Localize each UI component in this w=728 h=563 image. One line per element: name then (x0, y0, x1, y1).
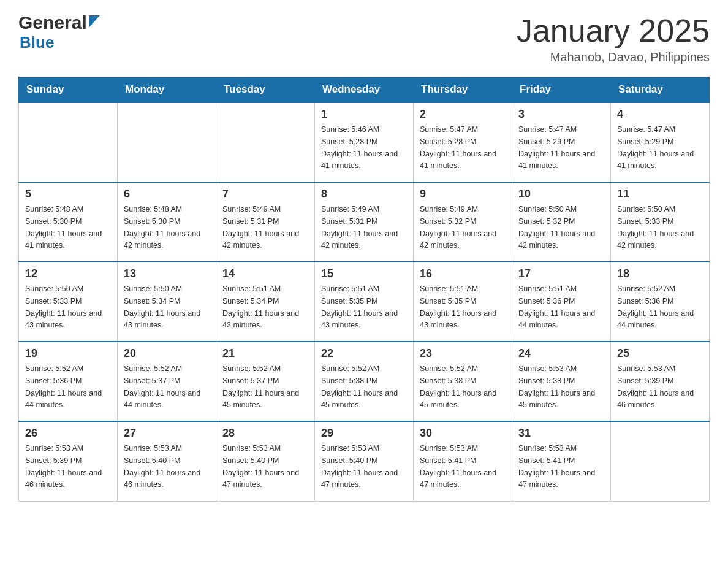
calendar-title: January 2025 (517, 12, 710, 49)
day-info: Sunrise: 5:49 AMSunset: 5:31 PMDaylight:… (222, 205, 299, 250)
calendar-cell: 19Sunrise: 5:52 AMSunset: 5:36 PMDayligh… (19, 342, 118, 421)
weekday-monday: Monday (118, 77, 216, 103)
day-info: Sunrise: 5:51 AMSunset: 5:34 PMDaylight:… (222, 285, 299, 329)
day-number: 6 (124, 188, 210, 201)
calendar-cell: 31Sunrise: 5:53 AMSunset: 5:41 PMDayligh… (512, 421, 611, 501)
calendar-cell: 16Sunrise: 5:51 AMSunset: 5:35 PMDayligh… (414, 262, 512, 342)
weekday-saturday: Saturday (611, 77, 710, 103)
calendar-cell: 4Sunrise: 5:47 AMSunset: 5:29 PMDaylight… (611, 102, 710, 182)
calendar-cell: 24Sunrise: 5:53 AMSunset: 5:38 PMDayligh… (512, 342, 611, 421)
day-number: 2 (420, 108, 506, 121)
calendar-cell: 15Sunrise: 5:51 AMSunset: 5:35 PMDayligh… (315, 262, 414, 342)
day-info: Sunrise: 5:50 AMSunset: 5:33 PMDaylight:… (617, 205, 694, 250)
day-info: Sunrise: 5:53 AMSunset: 5:38 PMDaylight:… (518, 364, 595, 409)
day-info: Sunrise: 5:48 AMSunset: 5:30 PMDaylight:… (124, 205, 200, 250)
day-number: 12 (25, 267, 111, 280)
calendar-cell: 23Sunrise: 5:52 AMSunset: 5:38 PMDayligh… (414, 342, 512, 421)
day-info: Sunrise: 5:53 AMSunset: 5:40 PMDaylight:… (321, 444, 398, 489)
calendar-cell: 10Sunrise: 5:50 AMSunset: 5:32 PMDayligh… (512, 182, 611, 262)
day-number: 19 (25, 347, 111, 360)
logo-general-text: General (18, 12, 87, 33)
calendar-cell: 1Sunrise: 5:46 AMSunset: 5:28 PMDaylight… (315, 102, 414, 182)
calendar-cell: 20Sunrise: 5:52 AMSunset: 5:37 PMDayligh… (118, 342, 216, 421)
calendar-cell: 9Sunrise: 5:49 AMSunset: 5:32 PMDaylight… (414, 182, 512, 262)
day-number: 18 (617, 267, 703, 280)
calendar-cell (611, 421, 710, 501)
calendar-cell: 13Sunrise: 5:50 AMSunset: 5:34 PMDayligh… (118, 262, 216, 342)
day-info: Sunrise: 5:52 AMSunset: 5:37 PMDaylight:… (124, 364, 200, 409)
day-info: Sunrise: 5:52 AMSunset: 5:36 PMDaylight:… (25, 364, 102, 409)
calendar-subtitle: Mahanob, Davao, Philippines (517, 50, 710, 64)
calendar-cell: 25Sunrise: 5:53 AMSunset: 5:39 PMDayligh… (611, 342, 710, 421)
day-number: 3 (518, 108, 604, 121)
calendar-cell: 26Sunrise: 5:53 AMSunset: 5:39 PMDayligh… (19, 421, 118, 501)
calendar-cell: 21Sunrise: 5:52 AMSunset: 5:37 PMDayligh… (216, 342, 315, 421)
day-info: Sunrise: 5:52 AMSunset: 5:38 PMDaylight:… (420, 364, 496, 409)
day-info: Sunrise: 5:50 AMSunset: 5:34 PMDaylight:… (124, 285, 200, 329)
week-row-1: 1Sunrise: 5:46 AMSunset: 5:28 PMDaylight… (19, 102, 710, 182)
day-info: Sunrise: 5:50 AMSunset: 5:32 PMDaylight:… (518, 205, 595, 250)
day-info: Sunrise: 5:53 AMSunset: 5:40 PMDaylight:… (124, 444, 200, 489)
calendar-cell: 22Sunrise: 5:52 AMSunset: 5:38 PMDayligh… (315, 342, 414, 421)
day-info: Sunrise: 5:46 AMSunset: 5:28 PMDaylight:… (321, 125, 398, 170)
day-number: 22 (321, 347, 407, 360)
calendar-cell: 6Sunrise: 5:48 AMSunset: 5:30 PMDaylight… (118, 182, 216, 262)
calendar-cell (19, 102, 118, 182)
day-number: 10 (518, 188, 604, 201)
day-info: Sunrise: 5:52 AMSunset: 5:36 PMDaylight:… (617, 285, 694, 329)
calendar-cell: 12Sunrise: 5:50 AMSunset: 5:33 PMDayligh… (19, 262, 118, 342)
day-info: Sunrise: 5:50 AMSunset: 5:33 PMDaylight:… (25, 285, 102, 329)
calendar-cell (216, 102, 315, 182)
day-info: Sunrise: 5:48 AMSunset: 5:30 PMDaylight:… (25, 205, 102, 250)
weekday-tuesday: Tuesday (216, 77, 315, 103)
day-number: 29 (321, 427, 407, 440)
day-info: Sunrise: 5:49 AMSunset: 5:31 PMDaylight:… (321, 205, 398, 250)
day-info: Sunrise: 5:52 AMSunset: 5:38 PMDaylight:… (321, 364, 398, 409)
page-header: General Blue January 2025 Mahanob, Davao… (18, 12, 710, 64)
weekday-friday: Friday (512, 77, 611, 103)
week-row-4: 19Sunrise: 5:52 AMSunset: 5:36 PMDayligh… (19, 342, 710, 421)
day-number: 23 (420, 347, 506, 360)
day-number: 24 (518, 347, 604, 360)
day-info: Sunrise: 5:53 AMSunset: 5:41 PMDaylight:… (518, 444, 595, 489)
day-info: Sunrise: 5:53 AMSunset: 5:39 PMDaylight:… (617, 364, 694, 409)
calendar-cell: 5Sunrise: 5:48 AMSunset: 5:30 PMDaylight… (19, 182, 118, 262)
week-row-2: 5Sunrise: 5:48 AMSunset: 5:30 PMDaylight… (19, 182, 710, 262)
day-info: Sunrise: 5:49 AMSunset: 5:32 PMDaylight:… (420, 205, 496, 250)
weekday-wednesday: Wednesday (315, 77, 414, 103)
day-number: 4 (617, 108, 703, 121)
calendar-cell: 30Sunrise: 5:53 AMSunset: 5:41 PMDayligh… (414, 421, 512, 501)
calendar-cell: 29Sunrise: 5:53 AMSunset: 5:40 PMDayligh… (315, 421, 414, 501)
calendar-cell: 28Sunrise: 5:53 AMSunset: 5:40 PMDayligh… (216, 421, 315, 501)
day-number: 7 (222, 188, 308, 201)
logo-arrow-icon (89, 15, 100, 30)
day-number: 14 (222, 267, 308, 280)
day-number: 27 (124, 427, 210, 440)
calendar-cell: 2Sunrise: 5:47 AMSunset: 5:28 PMDaylight… (414, 102, 512, 182)
day-number: 1 (321, 108, 407, 121)
day-number: 16 (420, 267, 506, 280)
svg-marker-0 (89, 15, 100, 28)
calendar-table: SundayMondayTuesdayWednesdayThursdayFrid… (18, 77, 710, 502)
day-info: Sunrise: 5:47 AMSunset: 5:28 PMDaylight:… (420, 125, 496, 170)
calendar-cell (118, 102, 216, 182)
day-info: Sunrise: 5:51 AMSunset: 5:35 PMDaylight:… (420, 285, 496, 329)
day-number: 9 (420, 188, 506, 201)
day-info: Sunrise: 5:51 AMSunset: 5:35 PMDaylight:… (321, 285, 398, 329)
day-number: 21 (222, 347, 308, 360)
day-number: 5 (25, 188, 111, 201)
day-number: 11 (617, 188, 703, 201)
day-number: 26 (25, 427, 111, 440)
logo: General Blue (18, 12, 100, 52)
day-info: Sunrise: 5:53 AMSunset: 5:41 PMDaylight:… (420, 444, 496, 489)
day-info: Sunrise: 5:47 AMSunset: 5:29 PMDaylight:… (518, 125, 595, 170)
day-info: Sunrise: 5:53 AMSunset: 5:39 PMDaylight:… (25, 444, 102, 489)
week-row-5: 26Sunrise: 5:53 AMSunset: 5:39 PMDayligh… (19, 421, 710, 501)
logo-blue-text: Blue (20, 33, 54, 52)
calendar-cell: 17Sunrise: 5:51 AMSunset: 5:36 PMDayligh… (512, 262, 611, 342)
day-number: 8 (321, 188, 407, 201)
day-info: Sunrise: 5:51 AMSunset: 5:36 PMDaylight:… (518, 285, 595, 329)
day-number: 30 (420, 427, 506, 440)
day-number: 31 (518, 427, 604, 440)
day-info: Sunrise: 5:47 AMSunset: 5:29 PMDaylight:… (617, 125, 694, 170)
